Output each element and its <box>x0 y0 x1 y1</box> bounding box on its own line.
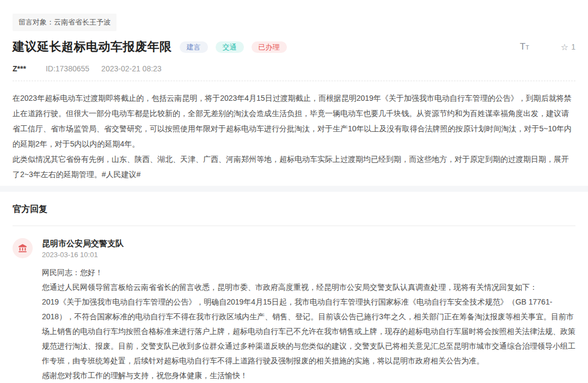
avatar <box>13 238 33 258</box>
section-divider <box>0 186 588 192</box>
message-target-label: 留言对象：云南省省长王予波 <box>13 14 117 31</box>
reply-section-heading: 官方回复 <box>13 204 575 226</box>
star-count: 1 <box>571 42 575 51</box>
reply-org-block: 昆明市公安局交警支队 2023-03-16 10:01 <box>42 238 124 259</box>
reply-paragraph: 2019《关于加强我市电动自行车管理的公告》，明确自2019年4月15日起，我市… <box>42 295 575 368</box>
reply-org-name: 昆明市公安局交警支队 <box>42 238 124 248</box>
message-body: 在2023年超标电动车过渡期即将截止的，包括云南昆明，将于2023年4月15日过… <box>13 90 575 182</box>
reply-timestamp: 2023-03-16 10:01 <box>42 251 124 259</box>
reply-paragraph: 感谢您对我市工作的理解与支持，祝您身体健康，生活愉快！ <box>42 368 575 383</box>
tag-traffic[interactable]: 交通 <box>216 41 244 53</box>
message-timestamp: 2023-02-21 08:23 <box>101 64 162 73</box>
message-paragraph: 此类似情况其它省份有先例，山东、陕西、湖北、天津、广西、河南郑州等地，超标电动车… <box>13 151 575 182</box>
tag-suggestion[interactable]: 建言 <box>180 41 208 53</box>
bank-building-icon <box>17 243 28 253</box>
reply-paragraph: 网民同志：您好！ <box>42 265 575 280</box>
official-reply-card: 官方回复 昆明市公安局交警支队 2023-03-16 10:01 网民同志：您好… <box>0 192 588 383</box>
title-toolbar: TT ☆ 1 <box>520 41 575 52</box>
star-icon: ☆ <box>561 42 568 52</box>
message-id: ID:17380655 <box>46 64 89 73</box>
star-button[interactable]: ☆ 1 <box>561 42 575 52</box>
reply-header: 昆明市公安局交警支队 2023-03-16 10:01 <box>13 238 575 259</box>
reply-body: 网民同志：您好！ 您通过人民网领导留言板给云南省省长的留言收悉，昆明市委、市政府… <box>42 265 575 383</box>
font-size-icon[interactable]: TT <box>520 41 529 52</box>
tag-status-handled[interactable]: 已办理 <box>252 41 287 53</box>
font-size-icon-small: T <box>525 44 529 51</box>
message-card: 留言对象：云南省省长王予波 建议延长超标电动车报废年限 建言 交通 已办理 TT… <box>0 0 588 186</box>
message-paragraph: 在2023年超标电动车过渡期即将截止的，包括云南昆明，将于2023年4月15日过… <box>13 90 575 151</box>
author-row: Z*** ID:17380655 2023-02-21 08:23 <box>13 64 575 81</box>
page-title: 建议延长超标电动车报废年限 <box>13 39 172 55</box>
author-name: Z*** <box>13 64 26 73</box>
title-row: 建议延长超标电动车报废年限 建言 交通 已办理 TT ☆ 1 <box>13 39 575 55</box>
reply-paragraph: 您通过人民网领导留言板给云南省省长的留言收悉，昆明市委、市政府高度重视，经昆明市… <box>42 280 575 295</box>
font-size-icon-large: T <box>520 41 525 52</box>
